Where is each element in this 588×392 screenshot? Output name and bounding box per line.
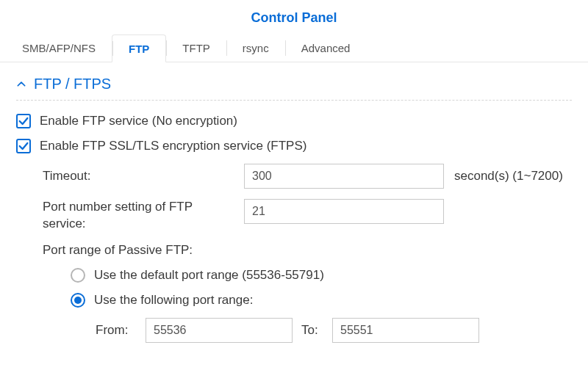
radio-custom-range[interactable] bbox=[71, 293, 85, 308]
label-enable-ftp: Enable FTP service (No encryption) bbox=[40, 114, 237, 128]
tab-ftp[interactable]: FTP bbox=[112, 35, 166, 62]
checkbox-enable-ftps[interactable] bbox=[16, 139, 31, 153]
row-port: Port number setting of FTP service: bbox=[43, 199, 572, 233]
tab-bar: SMB/AFP/NFS FTP TFTP rsync Advanced bbox=[0, 35, 588, 62]
section-body: Enable FTP service (No encryption) Enabl… bbox=[16, 101, 572, 343]
tab-label: TFTP bbox=[182, 42, 210, 54]
label-from: From: bbox=[96, 323, 137, 338]
label-radio-default-range: Use the default port range (55536-55791) bbox=[94, 268, 324, 283]
checkmark-icon bbox=[18, 140, 29, 152]
suffix-timeout: second(s) (1~7200) bbox=[444, 169, 563, 184]
label-timeout: Timeout: bbox=[43, 168, 244, 185]
tab-smb-afp-nfs[interactable]: SMB/AFP/NFS bbox=[6, 35, 112, 62]
input-to[interactable] bbox=[332, 318, 479, 343]
checkbox-enable-ftp[interactable] bbox=[16, 114, 31, 128]
row-enable-ftp: Enable FTP service (No encryption) bbox=[16, 114, 572, 128]
content-area: FTP / FTPS Enable FTP service (No encryp… bbox=[0, 62, 588, 343]
row-custom-range-values: From: To: bbox=[71, 318, 572, 343]
tab-label: SMB/AFP/NFS bbox=[22, 42, 96, 54]
row-enable-ftps: Enable FTP SSL/TLS encryption service (F… bbox=[16, 139, 572, 153]
row-radio-custom-range: Use the following port range: bbox=[71, 293, 572, 308]
row-radio-default-range: Use the default port range (55536-55791) bbox=[71, 268, 572, 283]
chevron-up-icon bbox=[16, 79, 26, 90]
tab-label: Advanced bbox=[301, 42, 351, 54]
label-passive-range: Port range of Passive FTP: bbox=[43, 243, 572, 258]
label-radio-custom-range: Use the following port range: bbox=[94, 293, 253, 308]
label-enable-ftps: Enable FTP SSL/TLS encryption service (F… bbox=[40, 139, 306, 153]
section-title: FTP / FTPS bbox=[34, 76, 111, 92]
label-to: To: bbox=[301, 323, 323, 338]
window-title: Control Panel bbox=[0, 0, 588, 35]
checkmark-icon bbox=[18, 115, 29, 127]
tab-label: rsync bbox=[243, 42, 269, 54]
tab-rsync[interactable]: rsync bbox=[226, 35, 285, 62]
tab-advanced[interactable]: Advanced bbox=[285, 35, 367, 62]
input-port[interactable] bbox=[244, 199, 444, 224]
section-toggle-ftp-ftps[interactable]: FTP / FTPS bbox=[16, 76, 572, 101]
row-timeout: Timeout: second(s) (1~7200) bbox=[43, 164, 572, 189]
input-timeout[interactable] bbox=[244, 164, 444, 189]
input-from[interactable] bbox=[146, 318, 293, 343]
tab-label: FTP bbox=[129, 43, 149, 55]
radio-default-range[interactable] bbox=[71, 268, 85, 283]
tab-tftp[interactable]: TFTP bbox=[166, 35, 226, 62]
label-port: Port number setting of FTP service: bbox=[43, 199, 244, 233]
